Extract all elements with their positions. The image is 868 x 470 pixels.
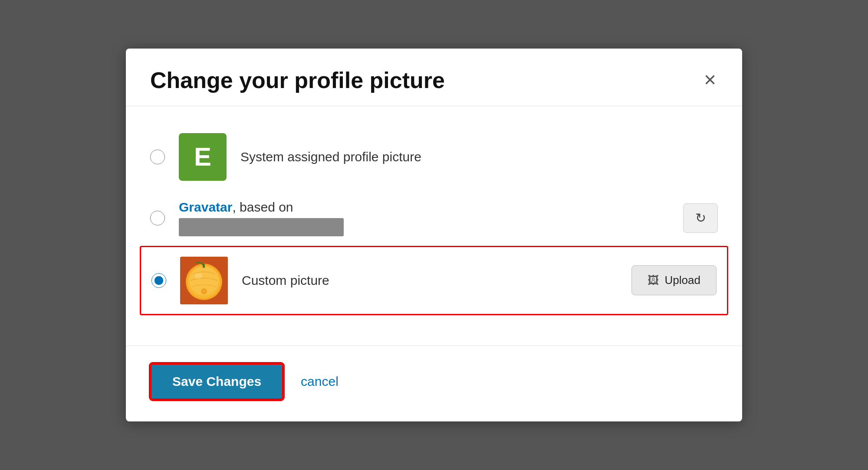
- gravatar-label-suffix: , based on: [232, 200, 293, 214]
- custom-picture-thumbnail: [180, 257, 228, 304]
- modal-title: Change your profile picture: [150, 68, 445, 94]
- modal-body: E System assigned profile picture Gravat…: [126, 106, 742, 332]
- upload-button-label: Upload: [665, 274, 700, 287]
- refresh-icon: ↻: [695, 210, 706, 225]
- modal-footer: Save Changes cancel: [126, 346, 742, 421]
- gravatar-text: Gravatar, based on: [179, 200, 669, 236]
- system-avatar: E: [179, 133, 227, 181]
- option-system: E System assigned profile picture: [150, 124, 718, 190]
- backdrop: Change your profile picture × E System a…: [0, 0, 868, 470]
- upload-icon: 🖼: [648, 274, 659, 287]
- radio-gravatar[interactable]: [150, 211, 165, 225]
- save-changes-button[interactable]: Save Changes: [150, 363, 283, 400]
- modal-header: Change your profile picture ×: [126, 49, 742, 106]
- custom-option-label: Custom picture: [242, 273, 618, 288]
- orange-image: [180, 257, 228, 304]
- gravatar-email-redacted: [179, 218, 344, 236]
- cancel-link[interactable]: cancel: [301, 374, 339, 389]
- option-gravatar: Gravatar, based on ↻: [150, 190, 718, 246]
- option-custom: Custom picture 🖼 Upload: [140, 246, 728, 315]
- close-button[interactable]: ×: [702, 69, 718, 90]
- gravatar-label: Gravatar, based on: [179, 200, 669, 215]
- radio-system[interactable]: [150, 150, 165, 164]
- avatar-letter: E: [194, 142, 211, 172]
- gravatar-link[interactable]: Gravatar: [179, 200, 232, 214]
- system-option-label: System assigned profile picture: [240, 150, 718, 164]
- svg-point-6: [202, 290, 206, 293]
- gravatar-refresh-button[interactable]: ↻: [683, 203, 718, 233]
- upload-button[interactable]: 🖼 Upload: [631, 265, 717, 295]
- radio-custom[interactable]: [151, 273, 166, 288]
- dialog: Change your profile picture × E System a…: [126, 49, 742, 421]
- svg-point-7: [194, 273, 202, 279]
